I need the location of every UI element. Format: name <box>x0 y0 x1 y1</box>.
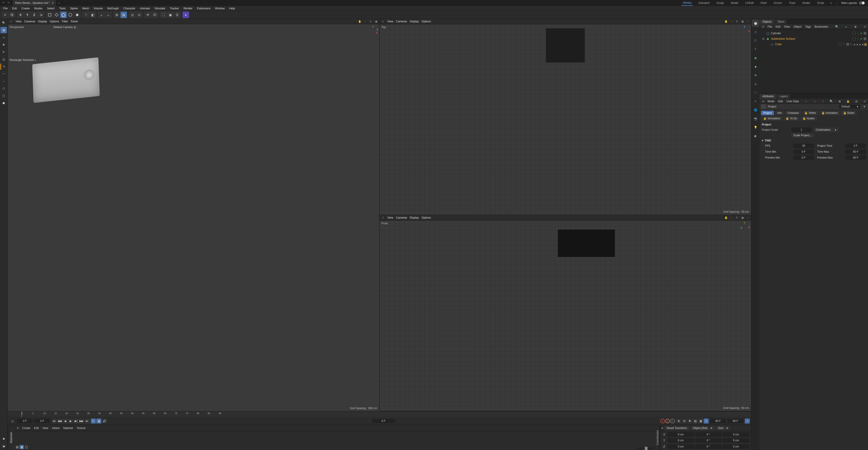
dolly-icon[interactable]: ↕ <box>729 216 734 220</box>
menu-window[interactable]: Window <box>213 6 227 10</box>
key-pla-button[interactable]: ▦ <box>698 419 703 423</box>
mat-view-large-icon[interactable]: ▢ <box>24 445 28 449</box>
menu-select[interactable]: Select <box>45 6 56 10</box>
start-frame-b[interactable]: 0 F <box>34 419 50 423</box>
menu-tracker[interactable]: Tracker <box>168 6 181 10</box>
tab-layers[interactable]: Layers <box>777 94 791 99</box>
deformer-tab-icon[interactable]: ◆ <box>752 63 759 70</box>
viewport-menu-options[interactable]: Options <box>420 20 432 24</box>
point-mode-icon[interactable]: ▫ <box>0 78 7 85</box>
attr-tab-nodes[interactable]: 🔒 Nodes <box>800 116 817 121</box>
range-button[interactable]: ▦ <box>96 419 101 423</box>
axis-gizmo[interactable]: Y Z X <box>741 222 750 231</box>
preview-min-value[interactable]: 0 F <box>794 155 814 160</box>
record-button[interactable]: ● <box>660 419 665 423</box>
materials-tab[interactable]: Materials <box>8 425 14 450</box>
viewport-menu-cameras[interactable]: Cameras <box>395 20 408 24</box>
viewport-menu-view[interactable]: View <box>386 20 395 24</box>
project-scale-value[interactable]: 1 <box>791 128 812 132</box>
viewport-menu-display[interactable]: Display <box>36 20 48 24</box>
coord-rot-y[interactable]: 0 ° <box>695 438 722 443</box>
to-end-button[interactable]: ⏭ <box>85 419 90 423</box>
forward-icon[interactable]: → <box>813 99 817 103</box>
rotate-mode-icon[interactable]: ↻ <box>0 49 7 55</box>
tag-icon[interactable] <box>865 43 866 45</box>
layout-nodes[interactable]: Nodes <box>801 0 812 5</box>
home-icon[interactable]: ⌂ <box>844 25 848 29</box>
attr-menu-edit[interactable]: Edit <box>777 99 784 103</box>
target-icon[interactable]: ◎ <box>854 99 859 103</box>
materials-menu-view[interactable]: View <box>41 426 50 430</box>
start-frame-a[interactable]: 0 F <box>17 419 33 423</box>
maximize-icon[interactable]: ▣ <box>740 19 745 24</box>
enabled-icon[interactable]: ✔ <box>860 37 863 41</box>
autokey-button[interactable]: A <box>665 419 670 423</box>
orbit-icon[interactable]: ↻ <box>368 19 373 24</box>
mat-view-grid-icon[interactable]: ▦ <box>20 445 24 449</box>
preset-dropdown[interactable]: Default▾ <box>839 104 861 108</box>
viewport-menu-icon[interactable]: ≡ <box>380 216 385 220</box>
maximize-icon[interactable]: ▣ <box>740 216 745 220</box>
key-scale-button[interactable]: ✥ <box>687 419 692 423</box>
flag-icon[interactable] <box>846 43 849 45</box>
materials-menu-edit[interactable]: Edit <box>33 426 40 430</box>
viewport-menu-options[interactable]: Options <box>420 216 432 220</box>
coord-pos-y[interactable]: 0 cm <box>668 438 694 443</box>
pen-mode-icon[interactable]: ✎ <box>0 63 7 70</box>
objects-menu-view[interactable]: View <box>783 25 791 29</box>
menu-file[interactable]: File <box>1 6 9 10</box>
maximize-icon[interactable]: ▣ <box>374 19 378 24</box>
menu-volume[interactable]: Volume <box>92 6 104 10</box>
viewport-menu-panel[interactable]: Panel <box>69 20 79 24</box>
target-icon[interactable]: ◎ <box>129 12 135 18</box>
attr-tab-simulation[interactable]: 🔒 Simulation <box>761 116 782 121</box>
objects-menu-object[interactable]: Object <box>792 25 803 29</box>
panel-menu-icon[interactable]: ≡ <box>16 426 20 430</box>
layout-groom[interactable]: Groom <box>772 0 783 5</box>
expand-icon[interactable]: ⤢ <box>863 99 867 103</box>
texture-mode-icon[interactable]: ▭ <box>0 34 7 41</box>
object-row[interactable]: ◯Cylinder⋮✔ <box>761 31 867 36</box>
object-tree[interactable]: ◯Cylinder⋮✔⊟◉Subdivision Surface⋮✔◇Cube⋮ <box>760 29 868 93</box>
materials-menu-select[interactable]: Select <box>51 426 61 430</box>
menu-edit[interactable]: Edit <box>10 6 19 10</box>
coordinates-tab[interactable]: Coordinates <box>655 425 660 450</box>
to-start-button[interactable]: ⏮ <box>52 419 57 423</box>
render-view-icon[interactable]: ▣ <box>167 12 174 18</box>
coord-rot-x[interactable]: 0 ° <box>695 432 722 437</box>
menu-render[interactable]: Render <box>182 6 194 10</box>
tab-takes[interactable]: Takes <box>775 19 787 24</box>
axis-z-button[interactable]: Z <box>31 12 37 18</box>
next-icon[interactable]: › <box>746 19 750 24</box>
layer-toggle[interactable] <box>852 37 856 40</box>
coord-scale-z[interactable]: 0 cm <box>723 444 749 449</box>
layout-sculpt[interactable]: Sculpt <box>715 0 725 5</box>
coord-scale-y[interactable]: 0 cm <box>723 438 749 443</box>
viewport-menu-cameras[interactable]: Cameras <box>23 20 37 24</box>
key-rot-button[interactable]: ⊖ <box>682 419 687 423</box>
scale-mode-icon[interactable]: ◱ <box>0 56 7 63</box>
pan-icon[interactable]: ✋ <box>724 216 728 220</box>
search-icon[interactable]: 🔍 <box>835 25 839 29</box>
coord-gimbal-icon[interactable]: ⬢ <box>74 12 80 18</box>
back-icon[interactable]: ← <box>804 99 808 103</box>
target-settings-icon[interactable]: ⊙ <box>136 12 143 18</box>
menu-extensions[interactable]: Extensions <box>195 6 212 10</box>
time-section-toggle[interactable]: ▾TIME <box>762 139 866 142</box>
scale-project-button[interactable]: Scale Project... <box>791 133 814 138</box>
redo-button[interactable]: ↷ <box>6 0 11 5</box>
tag-icon[interactable] <box>854 43 856 45</box>
move-mode-icon[interactable]: ✥ <box>0 41 7 48</box>
viewport-menu-filter[interactable]: Filter <box>61 20 69 24</box>
grid-snap-active-icon[interactable]: ⊟ <box>121 12 127 18</box>
lock-icon[interactable]: 🔒 <box>846 99 850 103</box>
search-icon[interactable]: 🔍 <box>0 20 7 26</box>
add-layout-button[interactable]: ＋ <box>830 1 832 5</box>
viewport-menu-view[interactable]: View <box>14 20 23 24</box>
scene-tab-icon[interactable]: ⬠ <box>752 89 759 96</box>
flag-icon[interactable] <box>864 32 866 35</box>
axis-x-button[interactable]: X <box>17 12 24 18</box>
undo-button[interactable]: ↶ <box>1 0 6 5</box>
materials-menu-material[interactable]: Material <box>62 426 74 430</box>
timeline-ruler[interactable]: 051015202530354045505560657075808590 <box>8 412 751 417</box>
